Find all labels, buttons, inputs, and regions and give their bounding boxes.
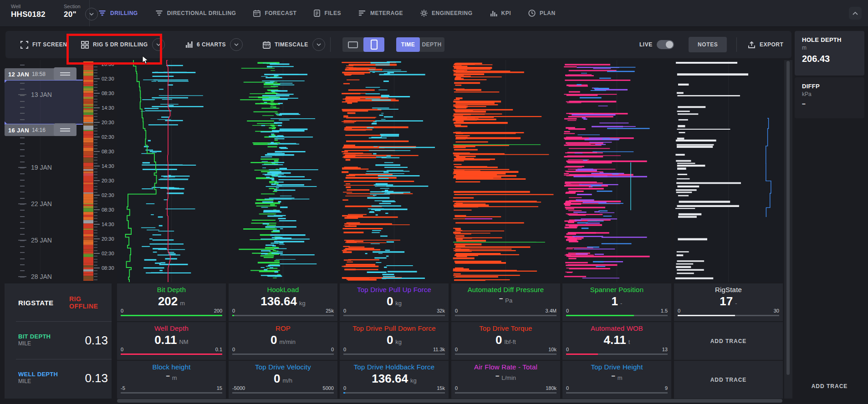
trace-legend-top-drive-pull-up-force[interactable]: Top Drive Pull Up Force0kg032k: [340, 283, 449, 321]
time-label: 14:30: [102, 105, 114, 111]
chevron-down-icon[interactable]: [152, 38, 165, 51]
tab-plan[interactable]: PLAN: [528, 10, 556, 17]
chevron-down-icon[interactable]: [230, 38, 243, 51]
portrait-icon: [371, 40, 378, 50]
trace-legend-air-flow-rate-total[interactable]: Air Flow Rate - Total–L/min0180k: [451, 361, 560, 399]
add-trace-button[interactable]: ADD TRACE: [674, 322, 783, 360]
charts-count-selector[interactable]: 6 CHARTS: [185, 31, 243, 58]
time-label: 02:30: [102, 76, 114, 81]
time-depth-toggle[interactable]: TIME DEPTH: [396, 37, 444, 52]
time-tick: [94, 224, 100, 225]
tab-kpi[interactable]: KPI: [490, 10, 511, 17]
horizontal-scrollbar[interactable]: [117, 399, 782, 403]
time-tick: [94, 201, 97, 202]
tab-label: KPI: [501, 10, 511, 16]
time-tick: [94, 172, 97, 172]
chart-canvas-2[interactable]: [229, 60, 337, 282]
scrollbar-thumb[interactable]: [786, 61, 790, 375]
orientation-toggle[interactable]: [342, 37, 384, 52]
time-tick: [94, 107, 100, 108]
chart-canvas-4[interactable]: [451, 60, 560, 282]
file-icon: [314, 10, 320, 17]
add-trace-button[interactable]: ADD TRACE: [674, 361, 783, 399]
trace-legend-automated-wob[interactable]: Automated WOB4.11t013: [562, 322, 671, 360]
trace-value: –m: [117, 372, 226, 382]
timeline-navigator[interactable]: 12 JAN18:58 16 JAN14:16 13 JAN19 JAN22 J…: [0, 60, 114, 281]
trace-legend-block-height[interactable]: Block height–m-515: [117, 361, 226, 399]
chart-canvas-6[interactable]: [674, 60, 783, 282]
trace-legend-well-depth[interactable]: Well Depth0.11NM00.1: [117, 322, 226, 360]
depth-mode-button[interactable]: DEPTH: [420, 37, 444, 52]
section-label: Section: [64, 4, 81, 9]
date-tick: [20, 270, 25, 271]
timeline-selection-range[interactable]: [5, 80, 83, 124]
add-trace-button[interactable]: ADD TRACE: [795, 383, 864, 389]
tab-meterage[interactable]: METERAGE: [358, 10, 403, 16]
chevron-down-icon[interactable]: [312, 38, 325, 51]
tab-engineering[interactable]: ENGINEERING: [420, 10, 473, 17]
trace-legend-top-drive-height[interactable]: Top Drive Height–m09: [562, 361, 671, 399]
selection-end-handle[interactable]: 16 JAN14:16: [5, 124, 77, 136]
value-number: 0: [274, 372, 280, 385]
vertical-scrollbar[interactable]: [784, 60, 792, 399]
chart-canvas-5[interactable]: [562, 60, 671, 282]
trace-legend-rop[interactable]: ROP0m/min00: [229, 322, 337, 360]
tab-label: FILES: [324, 10, 341, 16]
time-tick: [94, 76, 97, 76]
live-toggle[interactable]: [657, 40, 674, 49]
tab-forecast[interactable]: FORECAST: [253, 10, 296, 17]
fit-screen-button[interactable]: FIT SCREEN: [20, 31, 67, 58]
chart-canvas-1[interactable]: [117, 60, 226, 282]
value-unit: -: [620, 300, 622, 307]
trace-legend-spanner-position[interactable]: Spanner Position1-01.5: [562, 283, 671, 321]
scale-min: 0: [121, 347, 123, 352]
chart-canvas-3[interactable]: [340, 60, 449, 282]
time-tick: [94, 87, 97, 88]
section-selector[interactable]: Section 20": [64, 4, 98, 20]
timescale-selector[interactable]: TIMESCALE: [263, 31, 325, 58]
time-tick: [94, 90, 97, 91]
trace-legend-automated-diff-pressure[interactable]: Automated Diff Pressure–Pa03.4M: [451, 283, 560, 321]
trace-legend-top-drive-holdback-force[interactable]: Top Drive Holdback Force136.64kg015k: [340, 361, 449, 399]
trace-legend-hookload[interactable]: HookLoad136.64kg025k: [229, 283, 337, 321]
time-label: 08:30: [102, 91, 114, 96]
value-number: 0: [387, 294, 393, 308]
dashboard-selector[interactable]: RIG 5 DR DRILLING: [81, 31, 165, 58]
date-tick: [20, 198, 25, 199]
trace-legend-top-drive-pull-down-force[interactable]: Top Drive Pull Down Force0kg011.3k: [340, 322, 449, 360]
notes-button[interactable]: NOTES: [689, 37, 727, 52]
tab-directional-drilling[interactable]: DIRECTIONAL DRILLING: [155, 10, 236, 16]
rigstate-activity-strip: [83, 61, 93, 281]
portrait-orientation-button[interactable]: [363, 37, 384, 52]
lines-icon: [358, 10, 366, 16]
filter-icon: [98, 10, 106, 16]
export-button[interactable]: EXPORT: [748, 31, 783, 58]
trace-legend-rigstate[interactable]: RigState17-030: [674, 283, 783, 321]
tab-files[interactable]: FILES: [314, 10, 341, 17]
tab-label: FORECAST: [265, 10, 296, 16]
stat-unit: MILE: [18, 378, 58, 384]
drag-handle-icon[interactable]: [54, 123, 77, 136]
trace-value: –m: [562, 372, 671, 382]
rigstate-row: RIGSTATE RIG OFFLINE: [5, 283, 112, 321]
tab-drilling[interactable]: DRILLING: [98, 10, 138, 16]
drag-handle-icon[interactable]: [54, 67, 77, 80]
selection-start-handle[interactable]: 12 JAN18:58: [5, 68, 77, 80]
time-mode-button[interactable]: TIME: [396, 37, 420, 52]
time-label: 20:30: [102, 61, 114, 67]
date-tick-major: [18, 167, 26, 168]
scale-bar-fill: [566, 315, 634, 316]
trace-legend-top-drive-velocity[interactable]: Top Drive Velocity0m/h-50005000: [229, 361, 337, 399]
scale-bar: [121, 315, 222, 316]
collapse-panel-button[interactable]: [849, 7, 862, 20]
trace-value: 0kg: [340, 333, 449, 347]
landscape-orientation-button[interactable]: [342, 37, 363, 52]
chevron-down-icon[interactable]: [85, 8, 98, 20]
well-label: Well: [11, 4, 46, 9]
trace-legend-bit-depth[interactable]: Bit Depth202m0200: [117, 283, 226, 321]
value-number: –: [611, 372, 615, 379]
trace-legend-top-drive-torque[interactable]: Top Drive Torque0lbf-ft010k: [451, 322, 560, 360]
time-tick: [94, 230, 97, 231]
date-tick: [20, 173, 25, 174]
scale-max: 32k: [437, 308, 445, 313]
